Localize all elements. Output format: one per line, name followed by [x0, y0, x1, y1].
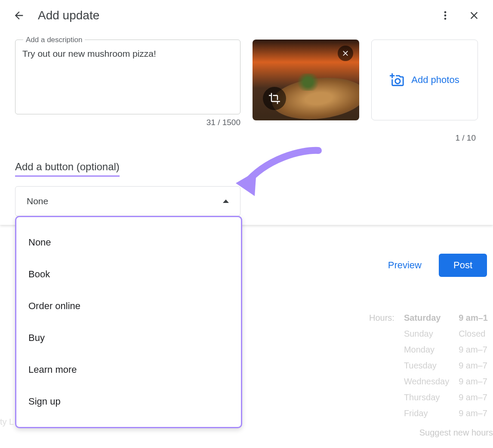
- option-none[interactable]: None: [16, 227, 241, 258]
- description-input[interactable]: [22, 49, 233, 107]
- close-icon[interactable]: [468, 9, 480, 21]
- svg-point-2: [444, 18, 447, 20]
- suggest-hours-link[interactable]: Suggest new hours: [364, 422, 493, 438]
- more-vert-icon[interactable]: [440, 10, 451, 21]
- photo-count: 1 / 10: [0, 133, 493, 143]
- option-buy[interactable]: Buy: [16, 322, 241, 354]
- close-icon: [341, 49, 350, 58]
- svg-point-1: [444, 15, 447, 17]
- button-type-menu: None Book Order online Buy Learn more Si…: [15, 216, 242, 428]
- remove-photo-button[interactable]: [338, 46, 353, 61]
- post-button[interactable]: Post: [439, 254, 487, 277]
- option-learn-more[interactable]: Learn more: [16, 354, 241, 386]
- footer-actions: Preview Post: [383, 254, 487, 277]
- back-arrow-icon[interactable]: [13, 9, 25, 21]
- modal-header: Add update: [0, 0, 493, 31]
- preview-button[interactable]: Preview: [383, 254, 427, 277]
- add-button-heading: Add a button (optional): [15, 161, 120, 177]
- background-hours: Hours:Saturday9 am–1 SundayClosed Monday…: [364, 310, 493, 438]
- button-type-select[interactable]: None: [15, 186, 240, 216]
- add-update-modal: Add update Add a description 31 / 1500: [0, 0, 493, 225]
- selected-option: None: [27, 196, 48, 206]
- caret-up-icon: [223, 199, 229, 203]
- page-title: Add update: [38, 9, 440, 22]
- description-field[interactable]: Add a description: [15, 40, 240, 114]
- option-sign-up[interactable]: Sign up: [16, 386, 241, 417]
- add-photos-button[interactable]: Add photos: [371, 40, 478, 120]
- add-photo-icon: [390, 73, 404, 87]
- photo-thumbnail[interactable]: [253, 40, 359, 120]
- option-order-online[interactable]: Order online: [16, 290, 241, 322]
- background-left-text: ty L: [0, 417, 14, 427]
- svg-point-0: [444, 11, 447, 13]
- add-photos-label: Add photos: [411, 74, 459, 86]
- crop-photo-button[interactable]: [263, 87, 286, 110]
- option-book[interactable]: Book: [16, 258, 241, 290]
- char-count: 31 / 1500: [15, 118, 240, 127]
- description-label: Add a description: [23, 36, 85, 44]
- crop-icon: [268, 92, 280, 104]
